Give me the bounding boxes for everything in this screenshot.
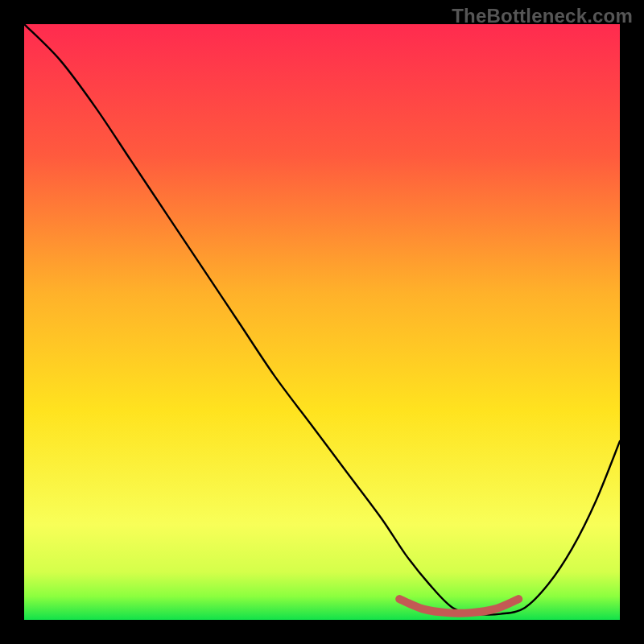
chart-svg bbox=[24, 24, 620, 620]
chart-frame: TheBottleneck.com bbox=[0, 0, 644, 644]
gradient-background bbox=[24, 24, 620, 620]
plot-area bbox=[24, 24, 620, 620]
watermark-text: TheBottleneck.com bbox=[452, 5, 633, 27]
